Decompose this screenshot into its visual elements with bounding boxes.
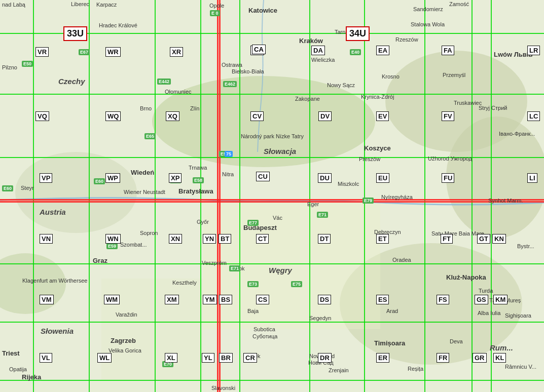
grid-label-ft: FT	[441, 234, 453, 244]
road-e462: E462	[223, 81, 237, 87]
grid-label-br: BR	[219, 353, 233, 363]
grid-label-lc: LC	[527, 111, 540, 121]
grid-label-kl: KL	[493, 353, 506, 363]
grid-label-vm: VM	[40, 295, 54, 304]
svg-rect-8	[101, 279, 203, 380]
grid-label-dt: DT	[318, 234, 331, 244]
grid-label-wq: WQ	[105, 111, 121, 121]
grid-label-xq: XQ	[166, 111, 179, 121]
grid-label-ea: EA	[376, 46, 389, 55]
grid-label-cu: CU	[256, 172, 270, 181]
red-line-h-1	[0, 199, 544, 201]
zone-label-33u: 33U	[63, 26, 87, 41]
grid-label-fa: FA	[442, 46, 454, 55]
grid-label-fv: FV	[442, 111, 454, 121]
grid-label-yl: YL	[202, 353, 214, 363]
grid-label-ev: EV	[376, 111, 389, 121]
road-e0: E 0	[210, 10, 220, 16]
grid-label-wm: WM	[104, 295, 120, 304]
road-e67: E67	[79, 49, 90, 55]
grid-label-km: KM	[493, 295, 507, 304]
grid-label-lr: LR	[527, 46, 540, 55]
grid-label-gs: GS	[475, 295, 488, 304]
road-e77: E77	[247, 220, 259, 226]
grid-label-fu: FU	[442, 173, 454, 183]
grid-label-gr: GR	[473, 353, 487, 363]
grid-label-wl: WL	[97, 353, 112, 363]
grid-label-ds: DS	[318, 295, 331, 304]
grid-label-gt: GT	[477, 234, 490, 244]
grid-v-10	[491, 0, 492, 392]
red-line-v-1	[217, 0, 219, 392]
grid-label-fs: FS	[437, 295, 449, 304]
grid-label-da: DA	[311, 46, 325, 55]
road-e50b: E50	[22, 61, 33, 67]
grid-label-xl: XL	[165, 353, 177, 363]
zone-label-34u: 34U	[346, 26, 370, 41]
grid-label-er: ER	[376, 353, 389, 363]
grid-label-bs: BS	[219, 295, 232, 304]
grid-v-2	[89, 0, 90, 392]
grid-label-dr: DR	[318, 353, 332, 363]
grid-label-xm: XM	[165, 295, 179, 304]
red-line-v-2	[219, 0, 221, 392]
grid-label-fr: FR	[437, 353, 449, 363]
grid-h-4	[0, 263, 544, 264]
grid-v-1	[33, 0, 34, 392]
grid-h-6	[0, 380, 544, 381]
grid-label-kn: KN	[492, 234, 506, 244]
grid-label-cv: CV	[250, 111, 264, 121]
grid-label-ct: CT	[256, 234, 269, 244]
svg-point-1	[152, 76, 375, 167]
grid-label-xp: XP	[169, 173, 182, 183]
road-e60: E60	[2, 185, 13, 191]
grid-label-vq: VQ	[35, 111, 49, 121]
road-e79: E79	[362, 198, 374, 204]
grid-label-li: LI	[527, 173, 537, 183]
grid-h-2	[0, 94, 544, 95]
road-e71: E71	[317, 212, 328, 218]
grid-label-vn: VN	[40, 234, 53, 244]
grid-label-es: ES	[376, 295, 389, 304]
grid-h-3	[0, 157, 544, 158]
road-e75: E75	[291, 281, 302, 287]
road-e65: E65	[144, 133, 156, 139]
grid-v-8	[424, 0, 425, 392]
grid-label-et: ET	[376, 234, 389, 244]
road-e59: E59	[106, 243, 118, 249]
grid-v-6	[309, 0, 310, 392]
road-e73: E73	[247, 281, 259, 287]
grid-label-vp: VP	[40, 173, 52, 183]
grid-label-vr: VR	[35, 47, 49, 57]
grid-v-4	[200, 0, 201, 392]
road-e60b: E60	[94, 178, 105, 184]
grid-label-cr: CR	[243, 353, 257, 363]
road-e71b: E71	[229, 265, 240, 271]
grid-label-wp: WP	[105, 173, 120, 183]
grid-label-dv: DV	[318, 111, 332, 121]
grid-h-5	[0, 322, 544, 323]
grid-label-xn: XN	[169, 234, 182, 244]
grid-label-yn: YN	[203, 234, 216, 244]
grid-label-ym: YM	[203, 295, 217, 304]
grid-label-bt: BT	[219, 234, 231, 244]
grid-label-du: DU	[318, 173, 332, 183]
red-line-h-2	[0, 201, 544, 203]
grid-label-vl: VL	[40, 353, 52, 363]
grid-label-ical: CA	[252, 45, 266, 54]
grid-v-5	[239, 0, 240, 392]
map-container: 33U 34U VR WR XR CA DA EA FA LR VQ WQ XQ…	[0, 0, 544, 392]
grid-label-cs: CS	[256, 295, 269, 304]
grid-label-wn: WN	[105, 234, 121, 244]
grid-v-7	[364, 0, 365, 392]
grid-label-xr: XR	[170, 47, 183, 57]
grid-label-wr: WR	[105, 47, 121, 57]
grid-label-eu: EU	[376, 173, 389, 183]
road-e442: E442	[157, 79, 171, 85]
road-e58: E58	[193, 177, 204, 183]
road-e40: E40	[350, 49, 361, 55]
road-75: 75	[225, 151, 233, 157]
grid-v-3	[155, 0, 156, 392]
grid-v-9	[472, 0, 473, 392]
